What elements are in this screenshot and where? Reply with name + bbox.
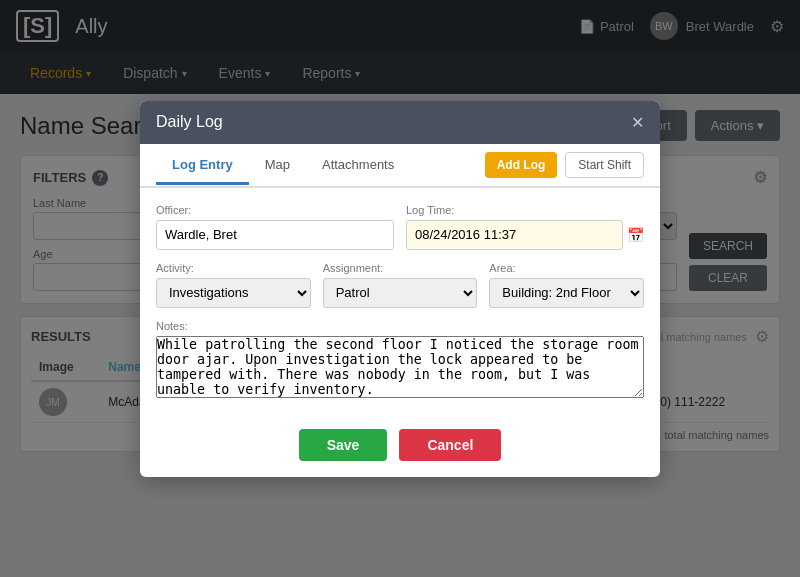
- modal-title: Daily Log: [156, 113, 223, 131]
- modal-overlay: Daily Log ✕ Log Entry Map Attachments Ad…: [0, 0, 800, 577]
- notes-group: Notes: While patrolling the second floor…: [156, 320, 644, 401]
- log-time-input[interactable]: [406, 220, 623, 250]
- log-time-group: Log Time: 📅: [406, 204, 644, 250]
- modal-close-button[interactable]: ✕: [631, 113, 644, 132]
- officer-input[interactable]: [156, 220, 394, 250]
- modal: Daily Log ✕ Log Entry Map Attachments Ad…: [140, 101, 660, 477]
- activity-label: Activity:: [156, 262, 311, 274]
- notes-label: Notes:: [156, 320, 644, 332]
- start-shift-button[interactable]: Start Shift: [565, 152, 644, 178]
- tab-map[interactable]: Map: [249, 147, 306, 185]
- tab-log-entry-label: Log Entry: [172, 157, 233, 172]
- log-time-wrapper: 📅: [406, 220, 644, 250]
- notes-textarea[interactable]: While patrolling the second floor I noti…: [156, 336, 644, 398]
- tab-attachments[interactable]: Attachments: [306, 147, 410, 185]
- tab-attachments-label: Attachments: [322, 157, 394, 172]
- tab-log-entry[interactable]: Log Entry: [156, 147, 249, 185]
- form-row-2: Activity: Investigations Patrol Traffic …: [156, 262, 644, 308]
- add-log-button[interactable]: Add Log: [485, 152, 558, 178]
- activity-select[interactable]: Investigations Patrol Traffic: [156, 278, 311, 308]
- assignment-group: Assignment: Patrol Dispatch Admin: [323, 262, 478, 308]
- area-group: Area: Building: 2nd Floor Building: 1st …: [489, 262, 644, 308]
- area-label: Area:: [489, 262, 644, 274]
- modal-tab-actions: Add Log Start Shift: [485, 144, 644, 186]
- modal-footer: Save Cancel: [140, 417, 660, 477]
- cancel-button[interactable]: Cancel: [399, 429, 501, 461]
- officer-group: Officer:: [156, 204, 394, 250]
- activity-group: Activity: Investigations Patrol Traffic: [156, 262, 311, 308]
- form-row-1: Officer: Log Time: 📅: [156, 204, 644, 250]
- assignment-select[interactable]: Patrol Dispatch Admin: [323, 278, 478, 308]
- modal-tabs-left: Log Entry Map Attachments: [156, 147, 410, 183]
- modal-body: Officer: Log Time: 📅 Activity: Investiga: [140, 188, 660, 417]
- modal-header: Daily Log ✕: [140, 101, 660, 144]
- save-button[interactable]: Save: [299, 429, 388, 461]
- log-time-label: Log Time:: [406, 204, 644, 216]
- modal-tabs: Log Entry Map Attachments Add Log Start …: [140, 144, 660, 188]
- area-select[interactable]: Building: 2nd Floor Building: 1st Floor …: [489, 278, 644, 308]
- calendar-icon[interactable]: 📅: [627, 227, 644, 243]
- officer-label: Officer:: [156, 204, 394, 216]
- tab-map-label: Map: [265, 157, 290, 172]
- assignment-label: Assignment:: [323, 262, 478, 274]
